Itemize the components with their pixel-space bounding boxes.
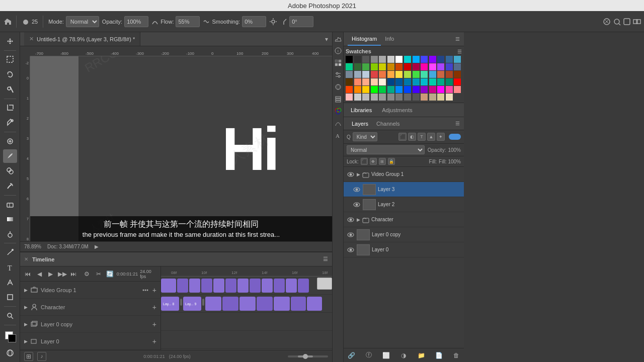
- swatch-item[interactable]: [454, 63, 461, 70]
- opacity-value[interactable]: 100%: [448, 147, 461, 153]
- clip-item[interactable]: [201, 279, 212, 293]
- char-clip-6[interactable]: [257, 297, 273, 311]
- swatch-item[interactable]: [362, 56, 369, 63]
- swatch-item[interactable]: [379, 78, 386, 85]
- swatch-item[interactable]: [387, 78, 394, 85]
- histogram-icon[interactable]: [334, 34, 343, 43]
- swatches-icon[interactable]: [334, 58, 343, 67]
- kind-filter-select[interactable]: Kind: [353, 132, 377, 141]
- swatch-item[interactable]: [421, 78, 428, 85]
- lasso-tool[interactable]: [3, 67, 17, 81]
- swatch-item[interactable]: [346, 56, 353, 63]
- char-clip-2[interactable]: Lay... 9: [183, 297, 201, 311]
- path-selection-tool[interactable]: [3, 276, 17, 290]
- track-row-character[interactable]: Lay... 8 Lay... 9: [161, 295, 332, 313]
- blend-mode-select[interactable]: Normal: [347, 145, 425, 154]
- history-brush-tool[interactable]: [3, 179, 17, 193]
- lock-pixels-icon[interactable]: ⬛: [361, 158, 368, 165]
- lock-all-icon[interactable]: 🔒: [388, 158, 395, 165]
- audio-btn[interactable]: ♪: [37, 352, 46, 361]
- swatch-item[interactable]: [446, 86, 453, 93]
- char-clip-8[interactable]: [291, 297, 306, 311]
- channels-icon[interactable]: [334, 107, 343, 116]
- adjustment-filter-icon[interactable]: ◐: [408, 133, 416, 141]
- timeline-close[interactable]: ✕: [24, 256, 28, 262]
- swatch-item[interactable]: [413, 63, 420, 70]
- swatch-item[interactable]: [454, 78, 461, 85]
- layer-visibility-toggle[interactable]: [347, 231, 355, 239]
- opacity-input[interactable]: [124, 16, 148, 27]
- healing-tool[interactable]: [3, 134, 17, 148]
- swatch-item[interactable]: [421, 63, 428, 70]
- swatch-item[interactable]: [446, 78, 453, 85]
- swatch-item[interactable]: [362, 78, 369, 85]
- close-icon[interactable]: ✕: [29, 36, 34, 42]
- clip-item[interactable]: [250, 279, 261, 293]
- swatch-item[interactable]: [421, 94, 428, 101]
- swatch-item[interactable]: [437, 86, 444, 93]
- tab-adjustments[interactable]: Adjustments: [379, 103, 416, 117]
- swatch-item[interactable]: [346, 94, 353, 101]
- layer-item[interactable]: Layer 0: [344, 242, 464, 257]
- clip-item[interactable]: [298, 279, 309, 293]
- crop-tool[interactable]: [3, 101, 17, 115]
- swatch-item[interactable]: [395, 94, 403, 101]
- track-expand-arrow-l0[interactable]: ▶: [24, 339, 28, 344]
- clip-item[interactable]: [286, 279, 297, 293]
- document-tab[interactable]: ✕ Untitled-1 @ 78.9% (Layer 3, RGB/8#) *: [24, 32, 140, 46]
- fg-bg-colors[interactable]: [3, 329, 17, 343]
- swatch-item[interactable]: [429, 86, 436, 93]
- layer-visibility-toggle[interactable]: [347, 216, 355, 224]
- track-row-video-group[interactable]: Layer 3: [161, 277, 332, 295]
- timeline-tracks[interactable]: 08f 10f 12f 14f 16f 18f 20f 22f 02:00f 0…: [161, 266, 332, 350]
- layer-visibility-toggle[interactable]: [347, 246, 355, 254]
- smart-filter-icon[interactable]: ✦: [437, 133, 445, 141]
- canvas-scroll-area[interactable]: RRCG 人素材 人素材 RRCG 人素材 Hi 前一帧 并使其与这第一个流的持…: [30, 56, 332, 241]
- clip-handle[interactable]: [179, 297, 183, 308]
- swatch-item[interactable]: [404, 56, 411, 63]
- swatch-item[interactable]: [437, 78, 444, 85]
- swatch-item[interactable]: [454, 86, 461, 93]
- clip-handle-2[interactable]: [201, 297, 205, 308]
- swatch-item[interactable]: [387, 56, 394, 63]
- color-picker-icon[interactable]: [334, 82, 343, 92]
- swatch-item[interactable]: [429, 71, 436, 78]
- track-expand-arrow-l0c[interactable]: ▶: [24, 322, 28, 327]
- layer-group-arrow[interactable]: ▶: [357, 172, 360, 177]
- clip-item[interactable]: [237, 279, 249, 293]
- layer-visibility-toggle[interactable]: [353, 186, 361, 194]
- swatch-item[interactable]: [346, 78, 353, 85]
- swatch-item[interactable]: [421, 86, 428, 93]
- swatch-item[interactable]: [446, 94, 453, 101]
- swatch-item[interactable]: [362, 63, 369, 70]
- char-clip-3[interactable]: [205, 297, 221, 311]
- swatch-item[interactable]: [387, 63, 394, 70]
- tab-channels[interactable]: Channels: [372, 117, 404, 130]
- char-clip-9[interactable]: [307, 297, 322, 311]
- layer-item[interactable]: Layer 2: [344, 197, 464, 212]
- scissors-btn[interactable]: ✂: [94, 269, 103, 279]
- layer3-start-clip[interactable]: [317, 278, 332, 290]
- swatch-item[interactable]: [437, 94, 444, 101]
- swatch-item[interactable]: [413, 71, 420, 78]
- swatch-item[interactable]: [379, 94, 386, 101]
- convert-btn[interactable]: 🔄: [105, 269, 115, 279]
- track-expand-arrow-char[interactable]: ▶: [24, 305, 28, 310]
- tab-info[interactable]: Info: [381, 32, 398, 46]
- tab-histogram[interactable]: Histogram: [348, 32, 381, 46]
- layer-item[interactable]: ▶ Character: [344, 212, 464, 227]
- tab-layers[interactable]: Layers: [348, 117, 372, 130]
- add-track-btn[interactable]: +: [152, 286, 156, 294]
- clone-tool[interactable]: [3, 164, 17, 178]
- add-layer0-track-btn[interactable]: +: [152, 337, 156, 345]
- swatch-item[interactable]: [413, 78, 420, 85]
- swatch-item[interactable]: [354, 71, 361, 78]
- settings-btn-timeline[interactable]: ⚙: [83, 269, 92, 279]
- swatch-item[interactable]: [395, 56, 403, 63]
- char-clip-4[interactable]: [222, 297, 238, 311]
- move-tool[interactable]: [3, 34, 17, 48]
- home-btn[interactable]: [3, 18, 11, 26]
- filter-toggle[interactable]: [449, 134, 461, 140]
- swatch-item[interactable]: [413, 86, 420, 93]
- swatch-item[interactable]: [354, 94, 361, 101]
